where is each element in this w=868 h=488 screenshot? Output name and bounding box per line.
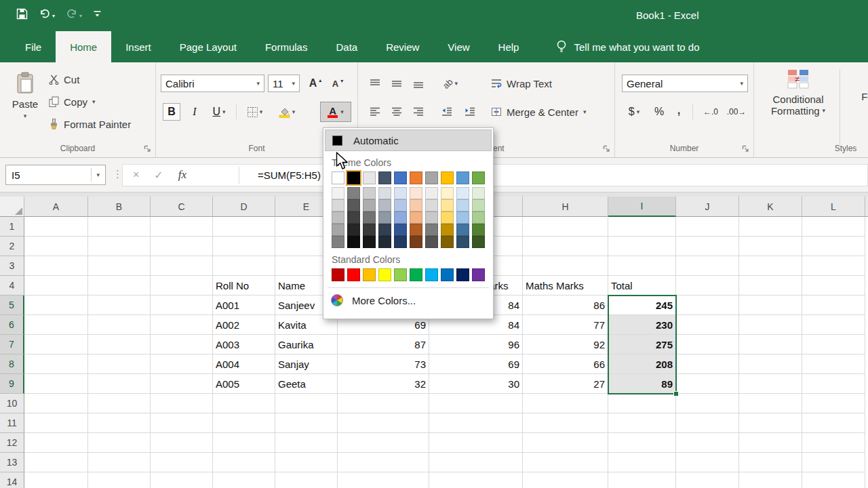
theme-color-variant-swatch[interactable] [363, 211, 376, 224]
cell-D1[interactable] [213, 217, 275, 237]
merge-center-button[interactable]: Merge & Center ▾ [491, 103, 586, 121]
standard-color-swatch[interactable] [472, 268, 485, 281]
cell-H12[interactable] [523, 433, 608, 453]
fill-color-dropdown-icon[interactable]: ▾ [292, 109, 296, 115]
cell-I2[interactable] [608, 237, 676, 256]
cell-L7[interactable] [802, 335, 865, 354]
cell-J7[interactable] [676, 335, 739, 354]
tab-formulas[interactable]: Formulas [251, 31, 322, 62]
more-colors-item[interactable]: More Colors... [323, 290, 493, 310]
cell-E13[interactable] [275, 453, 338, 472]
cell-H14[interactable] [523, 472, 608, 488]
cancel-icon[interactable]: × [133, 169, 139, 181]
cell-B5[interactable] [88, 296, 151, 315]
cell-J6[interactable] [676, 315, 739, 335]
theme-color-variant-swatch[interactable] [394, 199, 407, 211]
orientation-button[interactable]: ab ▾ [437, 75, 464, 92]
theme-color-variant-swatch[interactable] [378, 199, 391, 211]
cell-J3[interactable] [676, 256, 739, 276]
select-all-button[interactable] [0, 197, 24, 217]
row-header-14[interactable]: 14 [0, 472, 24, 488]
cell-A13[interactable] [24, 453, 88, 472]
theme-color-variant-swatch[interactable] [332, 211, 344, 224]
cell-C6[interactable] [151, 315, 213, 335]
number-format-dropdown-icon[interactable]: ▾ [740, 81, 743, 87]
theme-color-variant-swatch[interactable] [441, 211, 454, 224]
cell-L9[interactable] [802, 374, 865, 394]
cell-D4[interactable]: Roll No [213, 276, 275, 296]
theme-color-variant-swatch[interactable] [410, 211, 422, 224]
theme-color-variant-swatch[interactable] [347, 211, 360, 224]
cell-A3[interactable] [24, 256, 88, 276]
merge-center-dropdown-icon[interactable]: ▾ [583, 109, 587, 115]
column-header-I[interactable]: I [608, 197, 676, 217]
row-header-2[interactable]: 2 [0, 237, 24, 256]
cell-C14[interactable] [151, 472, 213, 488]
theme-color-swatch[interactable] [425, 171, 438, 184]
row-header-8[interactable]: 8 [0, 354, 24, 374]
cell-B8[interactable] [88, 354, 151, 374]
theme-color-swatch[interactable] [347, 171, 360, 184]
cell-I4[interactable]: Total [608, 276, 676, 296]
cell-B13[interactable] [88, 453, 151, 472]
font-size-dropdown-icon[interactable]: ▾ [292, 81, 295, 87]
standard-color-swatch[interactable] [441, 268, 454, 281]
bold-button[interactable]: B [163, 103, 180, 121]
cell-E12[interactable] [275, 433, 338, 453]
cell-L3[interactable] [802, 256, 865, 276]
theme-color-variant-swatch[interactable] [425, 187, 438, 199]
cell-D2[interactable] [213, 237, 275, 256]
cell-G11[interactable] [429, 413, 523, 433]
tab-page-layout[interactable]: Page Layout [165, 31, 251, 62]
name-box[interactable]: I5 ▾ [5, 165, 106, 185]
increase-indent-button[interactable] [460, 103, 480, 121]
cell-F14[interactable] [338, 472, 429, 488]
paste-dropdown-icon[interactable]: ▾ [24, 113, 27, 119]
theme-color-variant-swatch[interactable] [410, 187, 422, 199]
theme-color-variant-swatch[interactable] [332, 236, 344, 248]
column-header-H[interactable]: H [523, 197, 608, 217]
theme-color-variant-swatch[interactable] [441, 236, 454, 248]
row-header-9[interactable]: 9 [0, 374, 24, 394]
cut-button[interactable]: Cut [49, 70, 79, 88]
cell-H1[interactable] [523, 217, 608, 237]
standard-color-swatch[interactable] [332, 268, 344, 281]
column-header-J[interactable]: J [676, 197, 739, 217]
cell-J4[interactable] [676, 276, 739, 296]
format-painter-button[interactable]: Format Painter [49, 115, 131, 133]
cell-F8[interactable]: 73 [338, 354, 429, 374]
cell-H13[interactable] [523, 453, 608, 472]
theme-color-variant-swatch[interactable] [425, 211, 438, 224]
cell-K11[interactable] [739, 413, 802, 433]
cell-H6[interactable]: 77 [523, 315, 608, 335]
cell-J14[interactable] [676, 472, 739, 488]
underline-button[interactable]: U ▾ [208, 103, 231, 121]
tab-review[interactable]: Review [372, 31, 433, 62]
cell-H8[interactable]: 66 [523, 354, 608, 374]
percent-style-button[interactable]: % [650, 103, 668, 121]
comma-style-button[interactable]: , [671, 100, 687, 118]
row-header-5[interactable]: 5 [0, 296, 24, 315]
cell-K13[interactable] [739, 453, 802, 472]
cell-G12[interactable] [429, 433, 523, 453]
align-top-button[interactable] [365, 75, 385, 92]
cell-J11[interactable] [676, 413, 739, 433]
theme-color-variant-swatch[interactable] [472, 187, 485, 199]
tab-insert[interactable]: Insert [111, 31, 165, 62]
cell-E8[interactable]: Sanjay [275, 354, 338, 374]
theme-color-variant-swatch[interactable] [456, 236, 469, 248]
column-header-A[interactable]: A [24, 197, 88, 217]
cell-B11[interactable] [88, 413, 151, 433]
cell-F7[interactable]: 87 [338, 335, 429, 354]
cell-K9[interactable] [739, 374, 802, 394]
cell-J10[interactable] [676, 394, 739, 413]
theme-color-variant-swatch[interactable] [378, 187, 391, 199]
theme-color-variant-swatch[interactable] [394, 211, 407, 224]
cell-I13[interactable] [608, 453, 676, 472]
conditional-formatting-dropdown-icon[interactable]: ▾ [823, 108, 826, 114]
cell-D14[interactable] [213, 472, 275, 488]
cell-D6[interactable]: A002 [213, 315, 275, 335]
cell-D11[interactable] [213, 413, 275, 433]
theme-color-swatch[interactable] [394, 171, 407, 184]
cell-G7[interactable]: 96 [429, 335, 523, 354]
